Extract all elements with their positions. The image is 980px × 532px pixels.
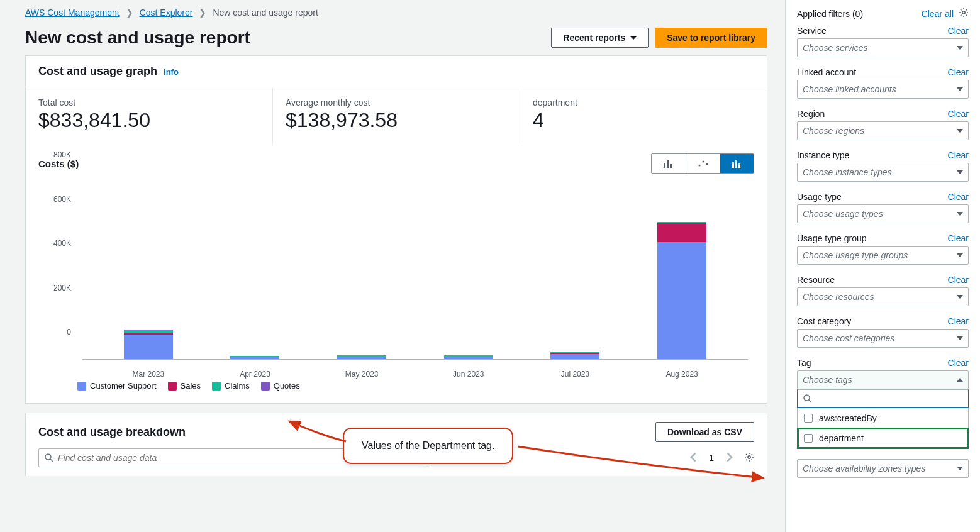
y-tick: 200K: [53, 284, 71, 292]
filter-clear-cost_cat[interactable]: Clear: [948, 316, 969, 326]
legend-item: Customer Support: [77, 381, 157, 391]
y-tick: 400K: [53, 239, 71, 248]
filter-select-tag[interactable]: Choose tags: [797, 370, 969, 389]
filter-clear-usage_group[interactable]: Clear: [948, 233, 969, 243]
recent-reports-button[interactable]: Recent reports: [551, 28, 649, 48]
filter-placeholder-cost_cat: Choose cost categories: [803, 333, 894, 343]
filter-group-az: Choose availability zones types: [797, 459, 969, 478]
svg-point-15: [962, 11, 965, 14]
filter-select-az[interactable]: Choose availability zones types: [797, 459, 969, 478]
stat-dept-value: 4: [533, 109, 754, 132]
cost-usage-graph-panel: Cost and usage graph Info Total cost $83…: [25, 55, 767, 404]
filter-select-cost_cat[interactable]: Choose cost categories: [797, 329, 969, 348]
filter-label-instance: Instance type: [797, 150, 849, 160]
filter-select-service[interactable]: Choose services: [797, 38, 969, 57]
page-title: New cost and usage report: [25, 28, 250, 48]
filter-label-resource: Resource: [797, 275, 835, 285]
filter-clear-instance[interactable]: Clear: [948, 150, 969, 160]
settings-button[interactable]: [744, 452, 754, 464]
filter-clear-resource[interactable]: Clear: [948, 275, 969, 285]
filter-placeholder-region: Choose regions: [803, 126, 864, 136]
filter-clear-tag[interactable]: Clear: [948, 358, 969, 368]
caret-down-icon: [630, 36, 637, 40]
tag-search-input[interactable]: [797, 389, 969, 408]
filter-select-linked[interactable]: Choose linked accounts: [797, 80, 969, 99]
filter-select-usage_group[interactable]: Choose usage type groups: [797, 246, 969, 265]
filter-label-service: Service: [797, 26, 827, 36]
download-csv-button[interactable]: Download as CSV: [655, 422, 754, 442]
stat-avg-cost: Average monthly cost $138,973.58: [272, 87, 520, 145]
info-link[interactable]: Info: [164, 67, 179, 77]
save-to-library-button[interactable]: Save to report library: [655, 28, 767, 48]
bar-column: [230, 182, 279, 359]
filter-label-region: Region: [797, 109, 825, 119]
applied-filters-label: Applied filters (0): [797, 9, 863, 19]
gear-icon[interactable]: [959, 8, 969, 19]
caret-down-icon: [957, 212, 963, 216]
bar-chart-icon: [663, 159, 674, 168]
filter-label-tag: Tag: [797, 358, 811, 368]
tag-option-department[interactable]: department: [798, 428, 968, 448]
filter-group-tag: Tag Clear Choose tags aws:createdBy: [797, 358, 969, 449]
x-tick: Jun 2023: [444, 366, 493, 379]
filter-clear-service[interactable]: Clear: [948, 26, 969, 36]
annotation-text: Values of the Department tag.: [362, 440, 494, 451]
filter-label-usage: Usage type: [797, 192, 842, 202]
filter-label-cost_cat: Cost category: [797, 316, 851, 326]
tag-option-aws-createdby[interactable]: aws:createdBy: [798, 408, 968, 428]
filter-clear-linked[interactable]: Clear: [948, 67, 969, 77]
recent-reports-label: Recent reports: [563, 33, 625, 43]
breadcrumb-cost-explorer[interactable]: Cost Explorer: [140, 8, 193, 18]
legend-label: Claims: [225, 381, 250, 391]
filter-placeholder-usage_group: Choose usage type groups: [803, 250, 908, 260]
clear-all-link[interactable]: Clear all: [922, 9, 954, 19]
filter-clear-usage[interactable]: Clear: [948, 192, 969, 202]
filter-group-service: ServiceClearChoose services: [797, 26, 969, 57]
svg-point-4: [702, 161, 704, 163]
chart-type-stacked-button[interactable]: [720, 154, 754, 173]
breadcrumb-root[interactable]: AWS Cost Management: [25, 8, 120, 18]
tag-option-label: department: [819, 433, 864, 443]
caret-down-icon: [957, 129, 963, 133]
chart-type-bar-button[interactable]: [652, 154, 686, 173]
legend-swatch: [212, 382, 221, 391]
filter-select-region[interactable]: Choose regions: [797, 121, 969, 140]
chart-type-line-button[interactable]: [686, 154, 720, 173]
caret-down-icon: [957, 87, 963, 91]
filter-group-resource: ResourceClearChoose resources: [797, 275, 969, 306]
svg-rect-11: [738, 163, 740, 165]
stat-avg-value: $138,973.58: [286, 109, 507, 132]
x-tick: Aug 2023: [657, 366, 706, 379]
filter-clear-region[interactable]: Clear: [948, 109, 969, 119]
chart-type-toggle: [651, 153, 754, 174]
checkbox-icon: [804, 434, 813, 443]
search-icon: [44, 453, 54, 463]
pager-prev-button[interactable]: [686, 450, 701, 467]
legend-swatch: [261, 382, 270, 391]
bar-column: [657, 182, 706, 359]
svg-point-12: [45, 454, 51, 460]
filter-placeholder-tag: Choose tags: [803, 375, 852, 385]
filter-group-region: RegionClearChoose regions: [797, 109, 969, 140]
svg-rect-1: [667, 160, 669, 168]
filter-select-instance[interactable]: Choose instance types: [797, 163, 969, 182]
caret-down-icon: [957, 295, 963, 299]
svg-line-17: [809, 400, 811, 402]
search-icon: [803, 394, 813, 404]
chevron-right-icon: ❯: [126, 8, 133, 18]
filter-placeholder-linked: Choose linked accounts: [803, 84, 896, 94]
x-tick: May 2023: [337, 366, 386, 379]
filter-select-usage[interactable]: Choose usage types: [797, 204, 969, 223]
svg-rect-9: [735, 160, 737, 162]
filter-select-resource[interactable]: Choose resources: [797, 287, 969, 306]
bar-segment: [337, 357, 386, 359]
breadcrumb: AWS Cost Management ❯ Cost Explorer ❯ Ne…: [25, 8, 767, 18]
pager-next-button[interactable]: [721, 450, 737, 467]
bar-column: [444, 182, 493, 359]
stat-department: department 4: [520, 87, 767, 145]
svg-rect-2: [670, 164, 672, 168]
stat-total-label: Total cost: [38, 97, 260, 108]
filter-placeholder-service: Choose services: [803, 43, 868, 53]
collapse-panel-button[interactable]: ❚❚: [785, 257, 786, 275]
filter-group-instance: Instance typeClearChoose instance types: [797, 150, 969, 182]
